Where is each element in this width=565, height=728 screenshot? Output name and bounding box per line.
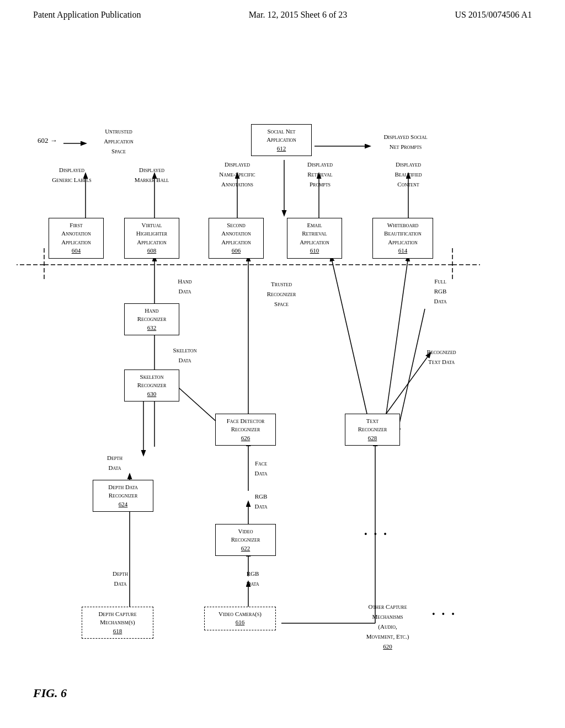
rgb-data-label-2: RGBData (233, 568, 272, 588)
email-retrieval-app: EmailRetrievalApplication610 (287, 218, 342, 259)
first-annotation-app: FirstAnnotationApplication604 (49, 218, 104, 259)
hand-recognizer: HandRecognizer632 (124, 303, 179, 335)
depth-data-label-2: DepthData (93, 568, 148, 588)
other-capture-box: Other CaptureMechanisms(Audio,Movement, … (348, 601, 428, 651)
face-detector-recognizer: Face DetectorRecognizer626 (215, 414, 276, 446)
social-net-app-box: Social NetApplication 612 (251, 124, 315, 156)
depth-data-recognizer: Depth DataRecognizer624 (93, 480, 153, 512)
depth-capture-box: Depth CaptureMechanism(s)618 (82, 607, 153, 639)
svg-line-24 (397, 309, 425, 433)
depth-data-label-1: DepthData (93, 452, 137, 472)
displayed-beautified-content: DisplayedBeautifiedContent (375, 159, 441, 189)
displayed-marker-ball: DisplayedMarker Ball (124, 164, 179, 184)
displayed-name-specific-annotations: DisplayedName-SpecificAnnotations (204, 159, 270, 189)
header-center: Mar. 12, 2015 Sheet 6 of 23 (249, 10, 348, 20)
whiteboard-beautification-app: WhiteboardBeautificationApplication614 (372, 218, 433, 259)
rgb-data-label-1: RGBData (242, 491, 280, 511)
svg-line-22 (331, 256, 367, 414)
hand-data-label: HandData (163, 276, 207, 296)
header-right: US 2015/0074506 A1 (455, 10, 532, 20)
skeleton-recognizer: SkeletonRecognizer630 (124, 370, 179, 402)
displayed-generic-labels: DisplayedGeneric Labels (41, 164, 102, 184)
ellipsis-2: • • • (432, 609, 457, 619)
label-602: 602 → (38, 136, 57, 145)
second-annotation-app: SecondAnnotationApplication606 (209, 218, 264, 259)
video-cameras-box: Video Camera(s)616 (204, 607, 276, 630)
ellipsis-1: • • • (364, 529, 389, 539)
skeleton-data-label: SkeletonData (163, 345, 207, 365)
figure-label: FIG. 6 (33, 686, 67, 700)
recognized-text-data: RecognizedText Data (411, 346, 472, 366)
full-rgb-data: FullRGBData (418, 276, 462, 306)
diagram-area: 602 → UntrustedApplicationSpace Social N… (0, 39, 565, 722)
page-header: Patent Application Publication Mar. 12, … (0, 0, 565, 25)
face-data-label: FaceData (242, 458, 280, 478)
text-recognizer: TextRecognizer628 (345, 414, 400, 446)
video-recognizer: VideoRecognizer622 (215, 524, 276, 556)
untrusted-app-space-label: UntrustedApplicationSpace (86, 126, 152, 156)
trusted-recognizer-space: TrustedRecognizerSpace (246, 279, 317, 308)
displayed-social-net-prompts: Displayed SocialNet Prompts (364, 131, 447, 151)
svg-line-23 (386, 256, 408, 414)
header-left: Patent Application Publication (33, 10, 141, 20)
displayed-retrieval-prompts: DisplayedRetrievalPrompts (290, 159, 350, 189)
virtual-highlighter-app: VirtualHighlighterApplication608 (124, 218, 179, 259)
